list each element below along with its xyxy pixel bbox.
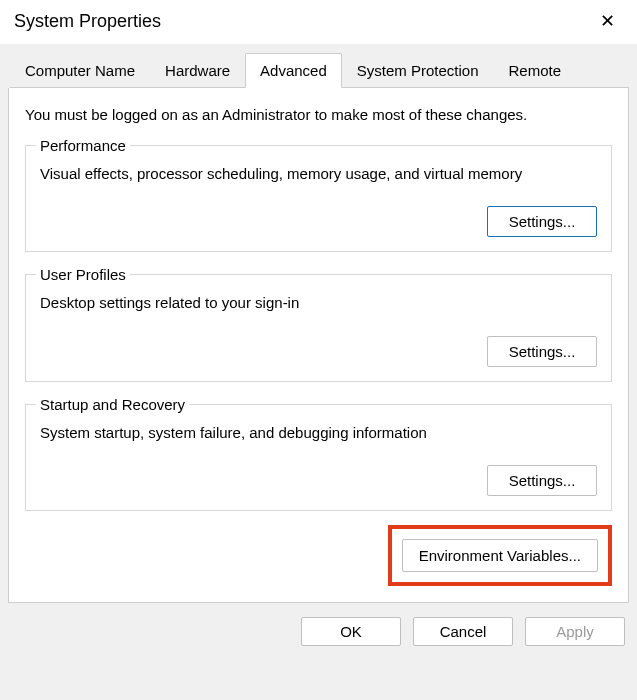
apply-button[interactable]: Apply <box>525 617 625 646</box>
tab-remote[interactable]: Remote <box>494 53 577 88</box>
tab-advanced[interactable]: Advanced <box>245 53 342 88</box>
performance-group: Performance Visual effects, processor sc… <box>25 137 612 252</box>
cancel-button[interactable]: Cancel <box>413 617 513 646</box>
performance-legend: Performance <box>36 137 130 154</box>
startup-recovery-group: Startup and Recovery System startup, sys… <box>25 396 612 511</box>
dialog-footer: OK Cancel Apply <box>8 603 629 646</box>
ok-button[interactable]: OK <box>301 617 401 646</box>
environment-variables-highlight: Environment Variables... <box>388 525 612 586</box>
tab-system-protection[interactable]: System Protection <box>342 53 494 88</box>
tab-content-advanced: You must be logged on as an Administrato… <box>8 88 629 603</box>
user-profiles-group: User Profiles Desktop settings related t… <box>25 266 612 381</box>
titlebar: System Properties ✕ <box>0 0 637 44</box>
startup-recovery-settings-button[interactable]: Settings... <box>487 465 597 496</box>
environment-variables-button[interactable]: Environment Variables... <box>402 539 598 572</box>
window-title: System Properties <box>14 11 161 32</box>
user-profiles-settings-button[interactable]: Settings... <box>487 336 597 367</box>
environment-variables-row: Environment Variables... <box>25 525 612 586</box>
tab-computer-name[interactable]: Computer Name <box>10 53 150 88</box>
performance-desc: Visual effects, processor scheduling, me… <box>40 164 597 184</box>
user-profiles-desc: Desktop settings related to your sign-in <box>40 293 597 313</box>
tab-hardware[interactable]: Hardware <box>150 53 245 88</box>
user-profiles-legend: User Profiles <box>36 266 130 283</box>
dialog-body: Computer Name Hardware Advanced System P… <box>0 44 637 660</box>
performance-settings-button[interactable]: Settings... <box>487 206 597 237</box>
startup-recovery-desc: System startup, system failure, and debu… <box>40 423 597 443</box>
tab-strip: Computer Name Hardware Advanced System P… <box>10 52 629 88</box>
startup-recovery-legend: Startup and Recovery <box>36 396 189 413</box>
close-icon[interactable]: ✕ <box>592 8 623 34</box>
admin-note: You must be logged on as an Administrato… <box>25 106 612 123</box>
